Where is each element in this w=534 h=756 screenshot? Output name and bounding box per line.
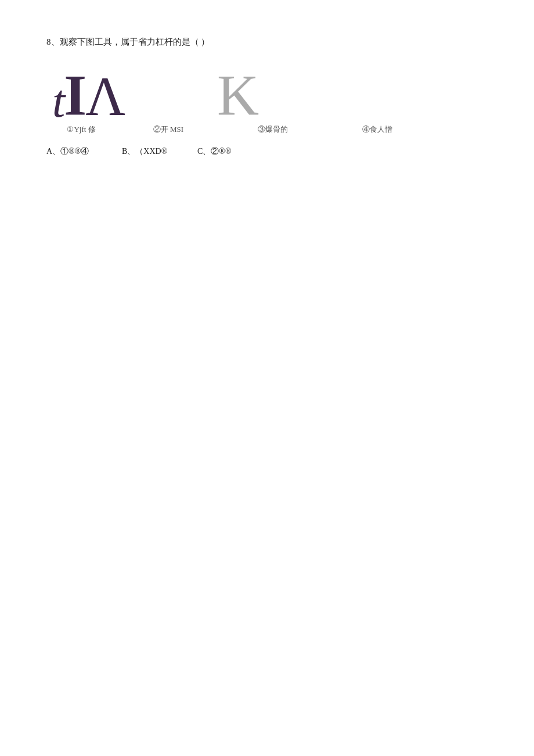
letter-lambda: Λ — [85, 69, 124, 124]
tool-symbol-group-1: tIΛ — [52, 66, 157, 124]
label-1: ①Yjft 修 — [46, 124, 116, 135]
tool-symbol-group-2: K — [157, 66, 261, 124]
question-number: 8 — [46, 37, 51, 46]
answer-c: C、②®® — [197, 146, 273, 157]
page: 8、观察下图工具，属于省力杠杆的是（ ） tIΛ K ①Yjft 修 ②开 MS… — [0, 0, 534, 192]
symbols-section: tIΛ K — [52, 66, 488, 124]
question-text: 8、观察下图工具，属于省力杠杆的是（ ） — [46, 35, 488, 49]
label-2-text: ②开 MSI — [153, 125, 183, 134]
answer-a: A、①®®④ — [46, 146, 122, 157]
answer-c-text: C、②®® — [197, 147, 232, 156]
tool-2-symbol: K — [217, 66, 259, 124]
answer-b-text: B、（XXD® — [122, 147, 167, 156]
question-body: 、观察下图工具，属于省力杠杆的是（ ） — [51, 37, 210, 46]
label-4-text: ④食人憎 — [362, 125, 392, 134]
answer-a-text: A、①®®④ — [46, 147, 89, 156]
answer-b: B、（XXD® — [122, 146, 197, 157]
label-3: ③爆骨的 — [221, 124, 325, 135]
label-1-text: ①Yjft 修 — [67, 125, 95, 134]
letter-t: t — [52, 78, 64, 124]
letter-I: I — [64, 66, 85, 124]
tool-1-symbol: tIΛ — [52, 66, 124, 124]
label-2: ②开 MSI — [116, 124, 221, 135]
label-4: ④食人憎 — [325, 124, 430, 135]
answers-row: A、①®®④ B、（XXD® C、②®® — [46, 146, 488, 157]
labels-row: ①Yjft 修 ②开 MSI ③爆骨的 ④食人憎 — [46, 124, 488, 135]
label-3-text: ③爆骨的 — [258, 125, 288, 134]
